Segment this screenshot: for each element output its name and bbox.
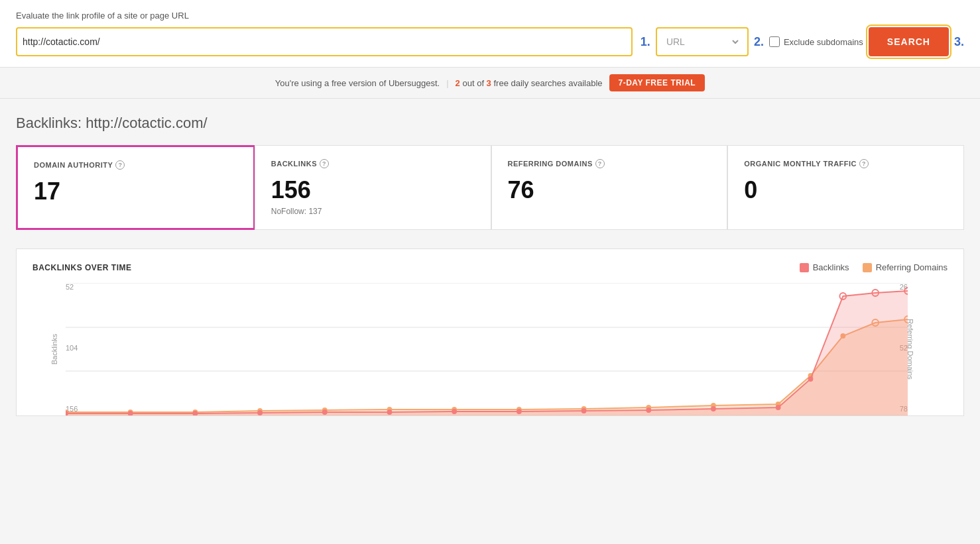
url-type-select[interactable]: URL Domain bbox=[664, 36, 741, 48]
free-searches-text: 2 out of 3 free daily searches available bbox=[456, 78, 603, 88]
backlinks-label: Backlinks: bbox=[16, 115, 82, 131]
exclude-subdomains-checkbox[interactable] bbox=[769, 36, 780, 47]
referring-domains-card: REFERRING DOMAINS ? 76 bbox=[491, 145, 728, 230]
searches-of: out of bbox=[462, 78, 486, 88]
backlinks-dot bbox=[711, 406, 716, 411]
chart-section: BACKLINKS OVER TIME Backlinks Referring … bbox=[16, 248, 964, 416]
search-button[interactable]: SEARCH bbox=[869, 27, 949, 56]
backlinks-area bbox=[66, 291, 908, 415]
organic-traffic-value: 0 bbox=[744, 176, 948, 204]
separator: | bbox=[446, 78, 448, 88]
backlinks-legend-dot bbox=[800, 263, 809, 272]
backlinks-dot bbox=[646, 408, 651, 413]
step2-label: 2. bbox=[754, 35, 764, 49]
step3-label: 3. bbox=[954, 35, 964, 49]
backlinks-dot bbox=[452, 409, 457, 414]
organic-traffic-label: ORGANIC MONTHLY TRAFFIC ? bbox=[744, 159, 948, 168]
referring-line bbox=[66, 319, 908, 412]
chart-area bbox=[66, 283, 908, 415]
url-input-wrapper bbox=[16, 27, 633, 56]
main-content: Backlinks: http://cotactic.com/ DOMAIN A… bbox=[0, 99, 980, 496]
domain-authority-help-icon[interactable]: ? bbox=[115, 160, 125, 170]
free-trial-button[interactable]: 7-DAY FREE TRIAL bbox=[609, 74, 705, 91]
backlinks-help-icon[interactable]: ? bbox=[320, 159, 329, 168]
url-type-dropdown-wrapper: URL Domain bbox=[656, 27, 749, 56]
domain-authority-label: DOMAIN AUTHORITY ? bbox=[34, 160, 237, 170]
backlinks-title: Backlinks: http://cotactic.com/ bbox=[16, 115, 964, 132]
referring-legend-dot bbox=[863, 263, 872, 272]
backlinks-dot bbox=[322, 409, 328, 415]
search-row: 1. URL Domain 2. Exclude subdomains SEAR… bbox=[16, 27, 964, 56]
backlinks-dot bbox=[582, 408, 587, 413]
backlinks-legend-item: Backlinks bbox=[800, 262, 849, 272]
exclude-subdomains-label: Exclude subdomains bbox=[784, 37, 863, 47]
domain-authority-value: 17 bbox=[34, 178, 237, 205]
chart-title: BACKLINKS OVER TIME bbox=[32, 263, 132, 272]
backlinks-card: BACKLINKS ? 156 NoFollow: 137 bbox=[255, 145, 491, 230]
chart-wrapper: Backlinks Referring Domains 156 104 52 7… bbox=[66, 283, 908, 415]
referring-legend-label: Referring Domains bbox=[876, 262, 948, 272]
backlinks-url: http://cotactic.com/ bbox=[86, 115, 207, 131]
free-version-message: You're using a free version of Ubersugge… bbox=[275, 78, 440, 88]
y-axis-left-label: Backlinks bbox=[50, 334, 58, 364]
searches-used: 2 bbox=[456, 78, 460, 88]
backlinks-dot bbox=[387, 409, 393, 415]
chart-svg bbox=[66, 283, 908, 415]
top-bar: Evaluate the link profile of a site or p… bbox=[0, 0, 980, 68]
chart-header: BACKLINKS OVER TIME Backlinks Referring … bbox=[32, 262, 948, 272]
search-description: Evaluate the link profile of a site or p… bbox=[16, 11, 964, 21]
step1-label: 1. bbox=[641, 35, 650, 49]
backlinks-dot bbox=[517, 409, 522, 414]
referring-domains-label: REFERRING DOMAINS ? bbox=[508, 159, 711, 168]
domain-authority-card: DOMAIN AUTHORITY ? 17 bbox=[16, 145, 255, 230]
backlinks-label: BACKLINKS ? bbox=[271, 159, 475, 168]
referring-domains-help-icon[interactable]: ? bbox=[595, 159, 605, 168]
backlinks-sub: NoFollow: 137 bbox=[271, 207, 475, 216]
free-trial-bar: You're using a free version of Ubersugge… bbox=[0, 68, 980, 99]
searches-suffix: free daily searches available bbox=[493, 78, 602, 88]
chart-legend: Backlinks Referring Domains bbox=[800, 262, 948, 272]
metrics-row: DOMAIN AUTHORITY ? 17 BACKLINKS ? 156 No… bbox=[16, 145, 964, 230]
organic-traffic-card: ORGANIC MONTHLY TRAFFIC ? 0 bbox=[727, 145, 964, 230]
exclude-wrapper: Exclude subdomains bbox=[769, 36, 863, 47]
backlinks-dot bbox=[776, 405, 781, 410]
url-input[interactable] bbox=[23, 36, 626, 47]
backlinks-legend-label: Backlinks bbox=[813, 262, 849, 272]
referring-legend-item: Referring Domains bbox=[863, 262, 948, 272]
backlinks-dot bbox=[808, 376, 814, 382]
backlinks-dot bbox=[257, 410, 263, 415]
backlinks-value: 156 bbox=[271, 176, 475, 204]
searches-total: 3 bbox=[487, 78, 491, 88]
organic-traffic-help-icon[interactable]: ? bbox=[859, 159, 869, 168]
referring-domains-value: 76 bbox=[508, 176, 711, 204]
backlinks-line bbox=[66, 291, 908, 413]
